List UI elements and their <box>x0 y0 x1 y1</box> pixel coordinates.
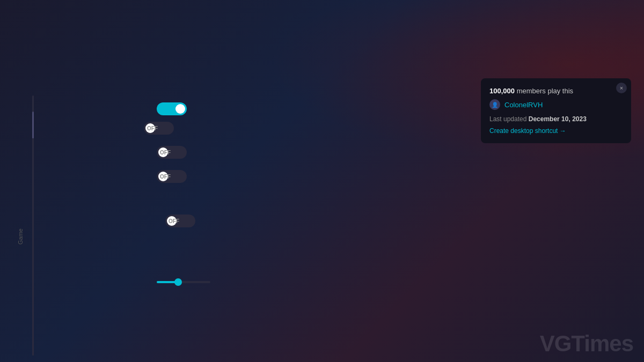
info-panel: × 100,000 members play this 👤 ColonelRVH… <box>481 78 631 143</box>
last-updated: Last updated December 10, 2023 <box>489 115 623 123</box>
creator-row: 👤 ColonelRVH <box>489 99 623 110</box>
toggle-unlimited-stamina[interactable]: OFF <box>144 122 174 135</box>
desktop-link[interactable]: Create desktop shortcut → <box>489 127 623 135</box>
members-text: 100,000 members play this <box>489 87 623 95</box>
toggle-za-warudo[interactable]: OFF <box>165 215 195 227</box>
slider-track-game-speed[interactable] <box>157 281 210 283</box>
game-label-vertical: Game <box>15 226 26 247</box>
members-count: 100,000 <box>489 87 515 95</box>
toggle-unlimited-credits[interactable]: OFF <box>157 170 187 183</box>
creator-avatar: 👤 <box>489 99 500 110</box>
toggle-god-mode[interactable]: ON <box>157 102 187 115</box>
creator-name[interactable]: ColonelRVH <box>504 101 543 109</box>
members-label: members play this <box>517 87 573 95</box>
info-panel-close-button[interactable]: × <box>616 83 627 93</box>
toggle-unlimited-battery[interactable]: OFF <box>157 146 187 159</box>
last-updated-date: December 10, 2023 <box>529 115 587 123</box>
